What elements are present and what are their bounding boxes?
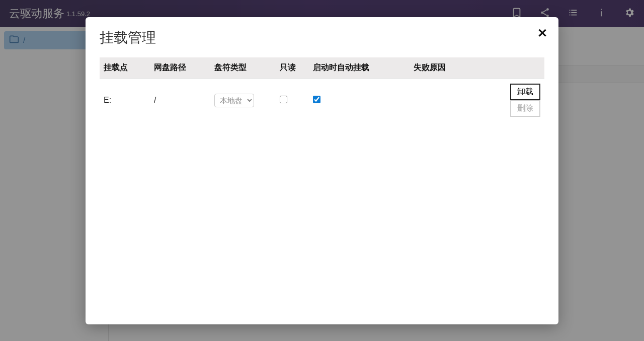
col-header-drive-type: 盘符类型 (210, 57, 276, 79)
mount-manager-modal: 挂载管理 ✕ 挂载点 网盘路径 盘符类型 只读 启动时自动挂载 失败原因 E: … (86, 17, 558, 324)
drive-type-select[interactable]: 本地盘 (214, 94, 254, 107)
modal-backdrop: 挂载管理 ✕ 挂载点 网盘路径 盘符类型 只读 启动时自动挂载 失败原因 E: … (0, 0, 644, 341)
cell-mount: E: (100, 79, 150, 122)
cell-failreason (410, 79, 470, 122)
col-header-failreason: 失败原因 (410, 57, 470, 79)
col-header-mount: 挂载点 (100, 57, 150, 79)
readonly-checkbox[interactable] (280, 96, 287, 103)
cell-path: / (150, 79, 210, 122)
col-header-readonly: 只读 (276, 57, 309, 79)
mount-table: 挂载点 网盘路径 盘符类型 只读 启动时自动挂载 失败原因 E: / 本地盘 (100, 57, 544, 122)
close-icon[interactable]: ✕ (537, 26, 547, 40)
unmount-button[interactable]: 卸载 (510, 84, 540, 100)
automount-checkbox[interactable] (313, 96, 320, 103)
table-row: E: / 本地盘 卸载 删除 (100, 79, 544, 122)
delete-button[interactable]: 删除 (510, 100, 540, 117)
modal-title: 挂载管理 (100, 28, 544, 47)
col-header-path: 网盘路径 (150, 57, 210, 79)
col-header-automount: 启动时自动挂载 (309, 57, 410, 79)
